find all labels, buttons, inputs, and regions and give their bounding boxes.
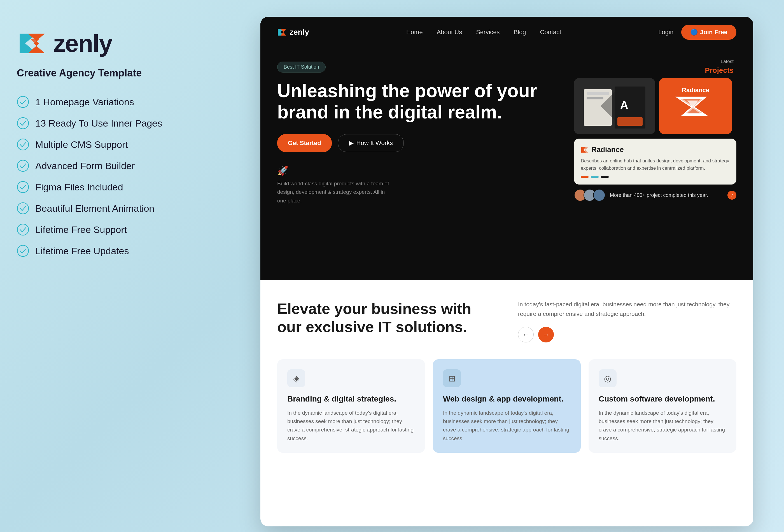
projects-label: Latest bbox=[574, 59, 736, 64]
hero-section: zenly Home About Us Services Blog Contac… bbox=[260, 17, 753, 280]
browser-mockup: zenly Home About Us Services Blog Contac… bbox=[260, 17, 753, 526]
service-card-0: ◈ Branding & digital strategies. In the … bbox=[277, 359, 425, 453]
service-icon-0: ◈ bbox=[287, 369, 305, 387]
rocket-icon: 🚀 bbox=[277, 166, 557, 176]
check-circle-icon bbox=[17, 245, 29, 257]
feature-item: Lifetime Free Support bbox=[17, 223, 235, 236]
elevate-description: In today's fast-paced digital era, busin… bbox=[518, 300, 736, 318]
feature-item: Advanced Form Builder bbox=[17, 160, 235, 172]
feature-list: 1 Homepage Variations 13 Ready To Use In… bbox=[17, 96, 235, 257]
nav-about[interactable]: About Us bbox=[437, 29, 462, 35]
service-card-2: ◎ Custom software development. In the dy… bbox=[589, 359, 736, 453]
logo-area: zenly bbox=[17, 28, 235, 59]
service-card-1: ⊞ Web design & app development. In the d… bbox=[433, 359, 581, 453]
feature-item: 1 Homepage Variations bbox=[17, 96, 235, 108]
radiance-icon bbox=[581, 146, 589, 154]
login-link[interactable]: Login bbox=[658, 29, 673, 36]
prev-button[interactable]: ← bbox=[518, 327, 534, 342]
hero-title: Unleashing the power of your brand in th… bbox=[277, 80, 557, 123]
svg-rect-20 bbox=[617, 117, 643, 126]
stat-text: More than 400+ project completed this ye… bbox=[610, 192, 723, 198]
join-free-button[interactable]: 🔵 Join Free bbox=[681, 25, 736, 40]
nav-services[interactable]: Services bbox=[476, 29, 500, 35]
hero-buttons: Get Started ▶ How It Works bbox=[277, 134, 557, 152]
svg-point-5 bbox=[17, 139, 29, 150]
service-desc-0: In the dynamic landscape of today's digi… bbox=[287, 409, 415, 443]
hero-right: Latest Projects A bbox=[574, 59, 736, 205]
radiance-color-dots bbox=[581, 176, 730, 178]
svg-point-6 bbox=[17, 160, 29, 171]
service-desc-2: In the dynamic landscape of today's digi… bbox=[599, 409, 726, 443]
svg-text:Radiance: Radiance bbox=[682, 86, 709, 93]
service-title-0: Branding & digital strategies. bbox=[287, 394, 415, 404]
white-section: Elevate your business with our exclusive… bbox=[260, 280, 753, 472]
check-circle-icon bbox=[17, 223, 29, 236]
project-card-branding: A bbox=[574, 78, 655, 134]
elevate-right: In today's fast-paced digital era, busin… bbox=[518, 300, 736, 342]
logo-text: zenly bbox=[53, 29, 112, 58]
project-card-orange: Radiance bbox=[659, 78, 732, 134]
stat-avatars bbox=[574, 189, 605, 201]
nav-home[interactable]: Home bbox=[406, 29, 423, 35]
feature-item: Lifetime Free Updates bbox=[17, 245, 235, 257]
check-circle-icon bbox=[17, 96, 29, 108]
stat-check-icon: ✓ bbox=[727, 191, 736, 200]
tagline: Creative Agency Template bbox=[17, 67, 235, 79]
check-circle-icon bbox=[17, 181, 29, 193]
play-icon: ▶ bbox=[349, 139, 354, 147]
svg-marker-12 bbox=[281, 29, 286, 35]
elevate-row: Elevate your business with our exclusive… bbox=[277, 300, 736, 342]
feature-item: Multiple CMS Support bbox=[17, 138, 235, 151]
check-circle-icon bbox=[17, 117, 29, 129]
service-cards: ◈ Branding & digital strategies. In the … bbox=[277, 359, 736, 453]
radiance-logo: Radiance bbox=[581, 145, 730, 154]
feature-item: Beautiful Element Animation bbox=[17, 202, 235, 215]
check-circle-icon bbox=[17, 202, 29, 215]
best-badge: Best IT Solution bbox=[277, 62, 326, 73]
nav-logo-icon bbox=[277, 27, 287, 37]
svg-point-3 bbox=[17, 96, 29, 108]
hero-content: Best IT Solution Unleashing the power of… bbox=[260, 48, 753, 205]
project-card-radiance: Radiance Describes an online hub that un… bbox=[574, 139, 736, 185]
svg-point-7 bbox=[17, 181, 29, 193]
get-started-button[interactable]: Get Started bbox=[277, 134, 332, 152]
nav-links: Home About Us Services Blog Contact bbox=[406, 29, 561, 36]
nav-brand-text: zenly bbox=[289, 28, 309, 37]
check-circle-icon bbox=[17, 160, 29, 172]
service-title-1: Web design & app development. bbox=[443, 394, 571, 404]
nav-logo: zenly bbox=[277, 27, 309, 37]
radiance-title: Radiance bbox=[591, 145, 624, 154]
navbar: zenly Home About Us Services Blog Contac… bbox=[260, 17, 753, 48]
arrow-buttons: ← → bbox=[518, 327, 736, 342]
svg-point-10 bbox=[17, 245, 29, 256]
projects-stat: More than 400+ project completed this ye… bbox=[574, 189, 736, 201]
svg-text:A: A bbox=[620, 99, 628, 111]
svg-point-9 bbox=[17, 224, 29, 235]
svg-rect-16 bbox=[587, 97, 604, 100]
branding-preview-svg: A bbox=[578, 81, 651, 131]
nav-contact[interactable]: Contact bbox=[540, 29, 561, 35]
svg-point-8 bbox=[17, 203, 29, 214]
svg-rect-15 bbox=[587, 92, 609, 95]
hero-sub-text: Build world-class digital products with … bbox=[277, 179, 389, 205]
service-title-2: Custom software development. bbox=[599, 394, 726, 404]
next-button[interactable]: → bbox=[538, 327, 554, 342]
join-icon: 🔵 bbox=[690, 29, 698, 36]
nav-actions: Login 🔵 Join Free bbox=[658, 25, 736, 40]
projects-title: Projects bbox=[574, 66, 736, 75]
radiance-description: Describes an online hub that unites desi… bbox=[581, 157, 730, 172]
project-cards-row: A Radiance bbox=[574, 78, 736, 134]
zenly-logo-icon bbox=[17, 28, 48, 59]
service-icon-1: ⊞ bbox=[443, 369, 461, 387]
nav-blog[interactable]: Blog bbox=[514, 29, 526, 35]
check-circle-icon bbox=[17, 138, 29, 151]
svg-point-4 bbox=[17, 118, 29, 129]
service-desc-1: In the dynamic landscape of today's digi… bbox=[443, 409, 571, 443]
service-icon-2: ◎ bbox=[599, 369, 617, 387]
radiance-orange-svg: Radiance bbox=[668, 84, 724, 129]
hero-left: Best IT Solution Unleashing the power of… bbox=[277, 59, 557, 205]
left-panel: zenly Creative Agency Template 1 Homepag… bbox=[17, 28, 235, 257]
elevate-title: Elevate your business with our exclusive… bbox=[277, 300, 496, 342]
feature-item: Figma Files Included bbox=[17, 181, 235, 193]
how-it-works-button[interactable]: ▶ How It Works bbox=[338, 134, 404, 152]
